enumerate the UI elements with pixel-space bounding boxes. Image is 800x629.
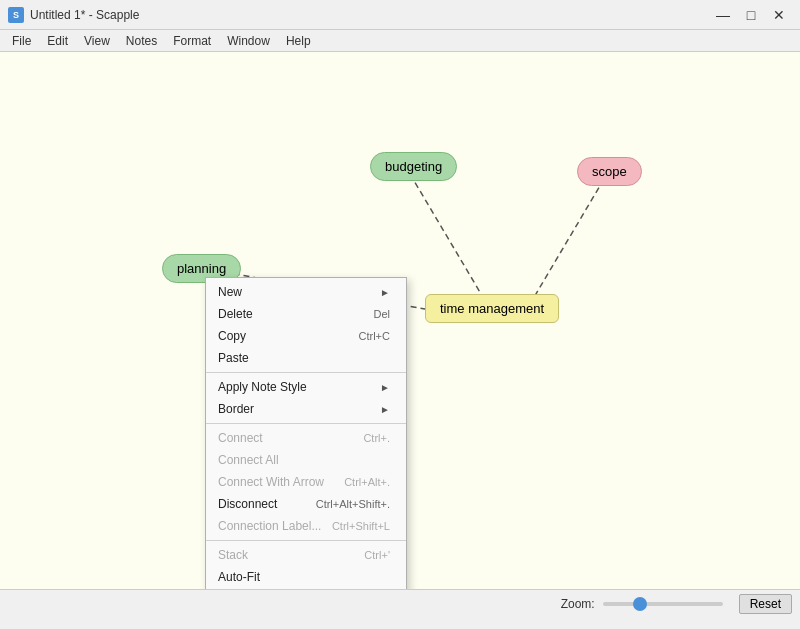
- title-bar-left: S Untitled 1* - Scapple: [8, 7, 139, 23]
- cm-paste[interactable]: Paste: [206, 347, 406, 369]
- separator-2: [206, 423, 406, 424]
- reset-button[interactable]: Reset: [739, 594, 792, 614]
- node-time[interactable]: time management: [425, 294, 559, 323]
- status-bar: Zoom: Reset: [0, 589, 800, 617]
- app-icon: S: [8, 7, 24, 23]
- menu-window[interactable]: Window: [219, 32, 278, 50]
- window-title: Untitled 1* - Scapple: [30, 8, 139, 22]
- context-menu: New ► Delete Del Copy Ctrl+C Paste Apply…: [205, 277, 407, 589]
- close-button[interactable]: ✕: [766, 5, 792, 25]
- cm-copy[interactable]: Copy Ctrl+C: [206, 325, 406, 347]
- cm-connect-with-arrow: Connect With Arrow Ctrl+Alt+.: [206, 471, 406, 493]
- submenu-arrow-border: ►: [380, 404, 390, 415]
- node-budgeting[interactable]: budgeting: [370, 152, 457, 181]
- svg-line-1: [530, 179, 604, 304]
- cm-stack: Stack Ctrl+': [206, 544, 406, 566]
- zoom-thumb[interactable]: [633, 597, 647, 611]
- separator-3: [206, 540, 406, 541]
- menu-notes[interactable]: Notes: [118, 32, 165, 50]
- menu-file[interactable]: File: [4, 32, 39, 50]
- node-scope[interactable]: scope: [577, 157, 642, 186]
- menu-bar: File Edit View Notes Format Window Help: [0, 30, 800, 52]
- menu-edit[interactable]: Edit: [39, 32, 76, 50]
- cm-auto-fit[interactable]: Auto-Fit: [206, 566, 406, 588]
- submenu-arrow-new: ►: [380, 287, 390, 298]
- zoom-label: Zoom:: [561, 597, 595, 611]
- cm-border[interactable]: Border ►: [206, 398, 406, 420]
- menu-view[interactable]: View: [76, 32, 118, 50]
- menu-format[interactable]: Format: [165, 32, 219, 50]
- cm-align[interactable]: Align ►: [206, 588, 406, 589]
- cm-new[interactable]: New ►: [206, 281, 406, 303]
- window-controls: — □ ✕: [710, 5, 792, 25]
- cm-delete[interactable]: Delete Del: [206, 303, 406, 325]
- cm-disconnect[interactable]: Disconnect Ctrl+Alt+Shift+.: [206, 493, 406, 515]
- svg-line-0: [410, 174, 487, 304]
- separator-1: [206, 372, 406, 373]
- title-bar: S Untitled 1* - Scapple — □ ✕: [0, 0, 800, 30]
- cm-connect-all: Connect All: [206, 449, 406, 471]
- maximize-button[interactable]: □: [738, 5, 764, 25]
- zoom-slider[interactable]: [603, 602, 723, 606]
- minimize-button[interactable]: —: [710, 5, 736, 25]
- canvas[interactable]: budgeting scope planning time management…: [0, 52, 800, 589]
- cm-connect: Connect Ctrl+.: [206, 427, 406, 449]
- submenu-arrow-style: ►: [380, 382, 390, 393]
- cm-apply-note-style[interactable]: Apply Note Style ►: [206, 376, 406, 398]
- menu-help[interactable]: Help: [278, 32, 319, 50]
- cm-connection-label: Connection Label... Ctrl+Shift+L: [206, 515, 406, 537]
